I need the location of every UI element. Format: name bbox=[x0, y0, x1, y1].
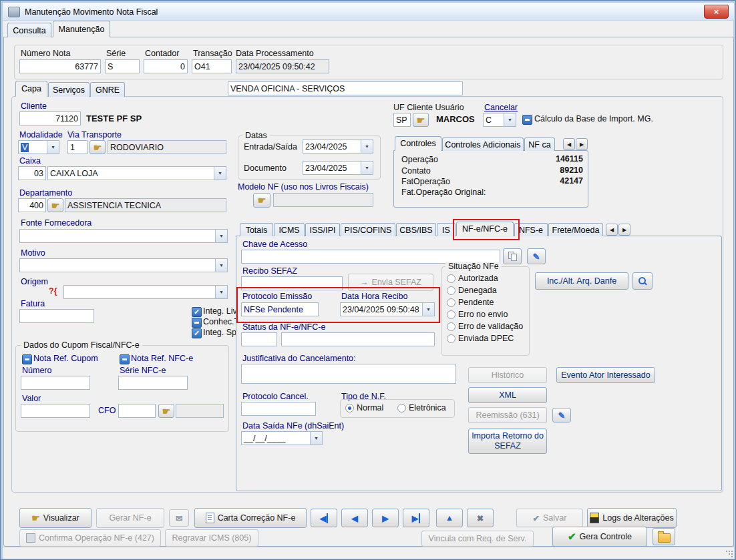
serie-nfce-field[interactable] bbox=[118, 376, 188, 390]
regravar-icms-button[interactable]: Regravar ICMS (805) bbox=[165, 529, 258, 547]
tab-icms[interactable]: ICMS bbox=[274, 223, 305, 236]
origem-combo[interactable]: ▼ bbox=[63, 285, 228, 299]
caixa-codigo-field[interactable] bbox=[18, 166, 46, 180]
fonte-fornecedora-combo[interactable]: ▼ bbox=[19, 229, 228, 243]
tab-gnre[interactable]: GNRE bbox=[90, 82, 125, 97]
gerar-nfe-button[interactable]: Gerar NF-e bbox=[96, 508, 164, 528]
nav-next-button[interactable]: ▶ bbox=[372, 509, 399, 527]
data-hora-recibo-combo[interactable]: 23/04/2025 09:50:48 ▼ bbox=[340, 302, 435, 316]
danfe-search-button[interactable] bbox=[632, 272, 653, 290]
uf-field[interactable] bbox=[393, 113, 411, 127]
title-bar[interactable]: Manutenção Movimento Nota Fiscal × bbox=[3, 3, 734, 21]
motivo-combo[interactable]: ▼ bbox=[19, 258, 228, 272]
tab-capa[interactable]: Capa bbox=[15, 81, 47, 97]
dropdown-arrow-icon[interactable]: ▼ bbox=[422, 303, 434, 316]
visualizar-button[interactable]: ☛ Visualizar bbox=[19, 508, 91, 528]
cfo-field[interactable] bbox=[118, 404, 156, 418]
cupom-numero-field[interactable] bbox=[21, 376, 90, 390]
nav-first-button[interactable]: ◀ bbox=[311, 509, 337, 527]
radio-erro-validacao[interactable] bbox=[447, 322, 455, 331]
chave-limpar-button[interactable]: ✎ bbox=[527, 248, 546, 264]
gera-controle-button[interactable]: ✔ Gera Controle bbox=[552, 527, 647, 547]
tab-cbs-ibs[interactable]: CBS/IBS bbox=[396, 223, 436, 236]
insert-button[interactable]: ▲ bbox=[436, 509, 463, 527]
controles-tabs-scroll-right-button[interactable]: ▶ bbox=[576, 138, 588, 150]
evento-ator-button[interactable]: Evento Ator Interessado bbox=[556, 367, 655, 383]
salvar-button[interactable]: ✔ Salvar bbox=[516, 509, 583, 527]
via-transporte-codigo-field[interactable] bbox=[67, 140, 87, 154]
confirma-operacao-button[interactable]: Confirma Operação NF-e (427) bbox=[19, 529, 161, 547]
modalidade-combo[interactable]: V ▼ bbox=[18, 140, 59, 154]
close-button[interactable]: × bbox=[704, 5, 729, 19]
controles-tabs-scroll-left-button[interactable]: ◀ bbox=[563, 138, 575, 150]
serie-field[interactable] bbox=[105, 59, 140, 73]
nav-last-button[interactable]: ▶ bbox=[403, 509, 429, 527]
protocolo-emissao-field[interactable] bbox=[241, 302, 319, 316]
radio-normal[interactable] bbox=[345, 404, 354, 412]
dropdown-arrow-icon[interactable]: ▼ bbox=[214, 167, 226, 180]
nav-prev-button[interactable]: ◀ bbox=[341, 509, 368, 527]
email-nfe-button[interactable]: ✉ bbox=[169, 509, 189, 527]
envia-sefaz-button[interactable]: → Envia SEFAZ bbox=[348, 274, 433, 291]
nfe-tabs-scroll-right-button[interactable]: ▶ bbox=[618, 224, 630, 236]
dropdown-arrow-icon[interactable]: ▼ bbox=[215, 230, 227, 242]
dropdown-arrow-icon[interactable]: ▼ bbox=[504, 113, 516, 126]
recibo-sefaz-field[interactable] bbox=[241, 276, 343, 290]
tab-pis-cofins[interactable]: PIS/COFINS bbox=[341, 223, 395, 236]
chave-colar-button[interactable] bbox=[503, 248, 522, 264]
documento-date-combo[interactable]: 23/04/2025 ▼ bbox=[303, 161, 373, 175]
tab-is[interactable]: IS bbox=[437, 223, 455, 236]
tab-frete-moeda[interactable]: Frete/Moeda bbox=[548, 223, 603, 236]
nota-ref-cupom-checkbox[interactable] bbox=[22, 354, 32, 364]
dropdown-arrow-icon[interactable]: ▼ bbox=[310, 432, 322, 445]
modelo-nf-browse-button[interactable]: ☛ bbox=[253, 193, 270, 208]
tab-controles-adicionais[interactable]: Controles Adicionais bbox=[442, 137, 524, 151]
dropdown-arrow-icon[interactable]: ▼ bbox=[47, 141, 59, 154]
integ-livro-fiscal-checkbox[interactable] bbox=[192, 307, 202, 317]
carta-correcao-button[interactable]: Carta Correção NF-e bbox=[194, 508, 307, 528]
dropdown-arrow-icon[interactable]: ▼ bbox=[215, 286, 227, 298]
contador-field[interactable] bbox=[144, 59, 188, 73]
tab-totais[interactable]: Totais bbox=[240, 223, 273, 236]
valor-field[interactable] bbox=[21, 404, 90, 418]
caixa-combo[interactable]: CAIXA LOJA ▼ bbox=[47, 166, 226, 180]
tab-manutencao[interactable]: Manutenção bbox=[53, 21, 110, 37]
departamento-browse-button[interactable]: ☛ bbox=[47, 198, 63, 212]
tab-nfe-nfce[interactable]: NF-e/NFC-e bbox=[456, 222, 514, 236]
conhec-transporte-checkbox[interactable] bbox=[192, 318, 202, 328]
fatura-field[interactable] bbox=[19, 309, 94, 323]
dropdown-arrow-icon[interactable]: ▼ bbox=[361, 162, 373, 174]
tab-consulta[interactable]: Consulta bbox=[7, 23, 51, 37]
tab-nfs-e[interactable]: NFS-e bbox=[514, 223, 548, 236]
radio-erro-envio[interactable] bbox=[447, 310, 455, 319]
tab-servicos[interactable]: Serviços bbox=[48, 82, 89, 97]
tab-iss-ipi[interactable]: ISS/IPI bbox=[305, 223, 340, 236]
vincula-req-button[interactable]: Vincula com Req. de Serv. bbox=[421, 531, 534, 547]
tab-nf-ca[interactable]: NF ca bbox=[524, 137, 555, 151]
reemissao-button[interactable]: Reemissão (631) bbox=[468, 407, 547, 423]
radio-pendente[interactable] bbox=[447, 298, 455, 307]
cancelar-combo[interactable]: C ▼ bbox=[483, 113, 516, 127]
dropdown-arrow-icon[interactable]: ▼ bbox=[361, 140, 373, 153]
operacao-descricao-field[interactable] bbox=[228, 81, 463, 95]
dropdown-arrow-icon[interactable]: ▼ bbox=[215, 259, 227, 272]
protocolo-cancel-field[interactable] bbox=[241, 402, 316, 416]
importa-retorno-button[interactable]: Importa Retorno do SEFAZ bbox=[468, 429, 547, 454]
inc-alt-danfe-button[interactable]: Inc./Alt. Arq. Danfe bbox=[535, 272, 628, 290]
status-nfe-codigo-field[interactable] bbox=[241, 332, 277, 346]
calculo-base-checkbox[interactable] bbox=[522, 115, 532, 125]
uf-browse-button[interactable]: ☛ bbox=[413, 113, 429, 127]
integ-sped-checkbox[interactable] bbox=[192, 328, 202, 338]
nfe-tabs-scroll-left-button[interactable]: ◀ bbox=[606, 224, 618, 236]
radio-eletronica[interactable] bbox=[397, 404, 406, 412]
cancel-edit-button[interactable]: ✖ bbox=[467, 509, 494, 527]
xml-button[interactable]: XML bbox=[468, 387, 547, 403]
nota-ref-nfce-checkbox[interactable] bbox=[120, 354, 130, 364]
logs-alteracoes-button[interactable]: Logs de Alterações bbox=[587, 508, 677, 528]
radio-denegada[interactable] bbox=[447, 286, 455, 295]
reemissao-limpar-button[interactable]: ✎ bbox=[552, 408, 571, 423]
cliente-codigo-field[interactable] bbox=[19, 111, 81, 125]
via-transporte-browse-button[interactable]: ☛ bbox=[89, 140, 106, 154]
cfo-browse-button[interactable]: ☛ bbox=[158, 404, 174, 418]
departamento-codigo-field[interactable] bbox=[18, 198, 46, 212]
